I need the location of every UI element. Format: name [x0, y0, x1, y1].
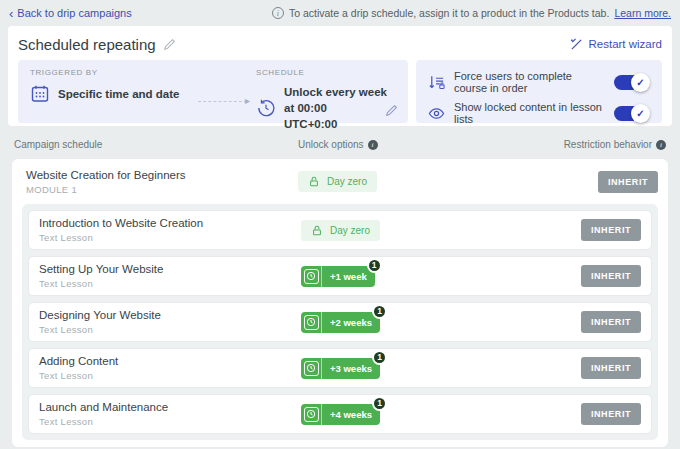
lesson-row: Adding Content Text Lesson +3 weeks 1 IN… [28, 348, 652, 388]
arrow-right-icon: ▸ [245, 96, 250, 106]
notice-text: To activate a drip schedule, assign it t… [289, 7, 609, 19]
col-unlock-options: Unlock options [298, 139, 364, 150]
check-icon: ✓ [636, 108, 644, 119]
lesson-title: Adding Content [39, 355, 301, 367]
unlock-badge-day-zero[interactable]: Day zero [301, 220, 380, 241]
module-card: Website Creation for Beginners MODULE 1 … [12, 159, 668, 447]
lesson-title: Introduction to Website Creation [39, 217, 301, 229]
lesson-subtitle: Text Lesson [39, 416, 301, 427]
lesson-row: Launch and Maintenance Text Lesson +4 we… [28, 394, 652, 434]
module-row: Website Creation for Beginners MODULE 1 … [22, 159, 658, 204]
back-link[interactable]: ‹ Back to drip campaigns [9, 7, 132, 20]
calendar-icon [30, 84, 50, 104]
triggered-by-label: TRIGGERED BY [30, 68, 198, 77]
edit-schedule-pencil-icon[interactable] [385, 104, 398, 117]
history-clock-icon [256, 98, 276, 118]
badge-label: Day zero [327, 176, 367, 187]
force-order-label: Force users to complete course in order [454, 70, 605, 94]
trigger-value: Specific time and date [58, 88, 179, 100]
activation-notice: i To activate a drip schedule, assign it… [272, 7, 671, 19]
badge-label: Day zero [330, 225, 370, 236]
page-title: Scheduled repeating [18, 36, 156, 53]
force-order-toggle[interactable]: ✓ [614, 75, 646, 90]
history-clock-icon [304, 407, 319, 422]
inherit-button[interactable]: INHERIT [581, 219, 641, 241]
inherit-button[interactable]: INHERIT [581, 357, 641, 379]
info-icon: i [272, 7, 284, 19]
check-icon: ✓ [636, 77, 644, 88]
inherit-button[interactable]: INHERIT [598, 171, 658, 193]
count-badge: 1 [372, 396, 387, 411]
show-locked-toggle[interactable]: ✓ [614, 106, 646, 121]
trigger-schedule-panel: TRIGGERED BY Specific time and date ▸ SC… [18, 60, 408, 123]
lesson-subtitle: Text Lesson [39, 232, 301, 243]
lesson-subtitle: Text Lesson [39, 278, 301, 289]
learn-more-link[interactable]: Learn more. [614, 7, 671, 19]
restart-wizard-label: Restart wizard [589, 38, 663, 50]
lesson-subtitle: Text Lesson [39, 370, 301, 381]
lesson-row: Setting Up Your Website Text Lesson +1 w… [28, 256, 652, 296]
col-restriction-behavior: Restriction behavior [564, 139, 652, 150]
top-bar: ‹ Back to drip campaigns i To activate a… [0, 0, 680, 26]
settings-panel: Force users to complete course in order … [416, 60, 662, 123]
col-campaign-schedule: Campaign schedule [14, 139, 102, 150]
order-lock-icon [428, 74, 445, 91]
history-clock-icon [304, 315, 319, 330]
lesson-row: Introduction to Website Creation Text Le… [28, 210, 652, 250]
lesson-title: Setting Up Your Website [39, 263, 301, 275]
chevron-left-icon: ‹ [9, 7, 13, 20]
unlock-badge-delay[interactable]: +1 week 1 [301, 266, 375, 287]
unlock-options-info-icon[interactable]: i [368, 140, 378, 150]
count-badge: 1 [367, 258, 382, 273]
unlock-padlock-icon [308, 175, 320, 188]
badge-label: +3 weeks [322, 358, 380, 379]
count-badge: 1 [372, 350, 387, 365]
table-header: Campaign schedule Unlock options i Restr… [14, 139, 666, 152]
lesson-title: Launch and Maintenance [39, 401, 301, 413]
wand-icon [570, 38, 583, 51]
badge-label: +4 weeks [322, 404, 380, 425]
unlock-badge-delay[interactable]: +3 weeks 1 [301, 358, 380, 379]
unlock-padlock-icon [311, 224, 323, 237]
inherit-button[interactable]: INHERIT [581, 265, 641, 287]
unlock-badge-delay[interactable]: +2 weeks 1 [301, 312, 380, 333]
schedule-label: SCHEDULE [256, 68, 396, 77]
eye-icon [428, 105, 445, 122]
module-title: Website Creation for Beginners [26, 169, 298, 181]
unlock-badge-day-zero[interactable]: Day zero [298, 171, 377, 192]
back-link-label: Back to drip campaigns [17, 7, 131, 19]
show-locked-label: Show locked content in lesson lists [454, 101, 605, 125]
schedule-line-2: UTC+0:00 [284, 116, 396, 132]
restart-wizard-button[interactable]: Restart wizard [570, 38, 663, 51]
schedule-line-1: Unlock every week at 00:00 [284, 84, 396, 116]
schedule-card: Scheduled repeating Restart wizard TRIGG… [8, 26, 672, 126]
lesson-subtitle: Text Lesson [39, 324, 301, 335]
lesson-title: Designing Your Website [39, 309, 301, 321]
inherit-button[interactable]: INHERIT [581, 311, 641, 333]
module-subtitle: MODULE 1 [26, 184, 298, 195]
inherit-button[interactable]: INHERIT [581, 403, 641, 425]
lesson-row: Designing Your Website Text Lesson +2 we… [28, 302, 652, 342]
flow-arrow: ▸ [198, 87, 250, 115]
lessons-container: Introduction to Website Creation Text Le… [22, 204, 658, 440]
unlock-badge-delay[interactable]: +4 weeks 1 [301, 404, 380, 425]
edit-title-pencil-icon[interactable] [163, 38, 176, 51]
history-clock-icon [304, 269, 319, 284]
history-clock-icon [304, 361, 319, 376]
count-badge: 1 [372, 304, 387, 319]
badge-label: +2 weeks [322, 312, 380, 333]
restriction-behavior-info-icon[interactable]: i [656, 140, 666, 150]
